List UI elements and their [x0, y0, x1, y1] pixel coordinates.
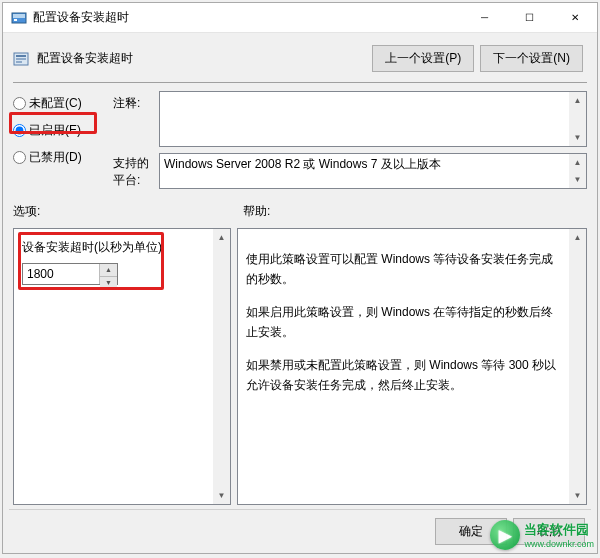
next-setting-button[interactable]: 下一个设置(N) [480, 45, 583, 72]
scroll-down-icon[interactable]: ▼ [213, 487, 230, 504]
app-icon [11, 10, 27, 26]
comment-field[interactable]: ▲ ▼ [159, 91, 587, 147]
scrollbar[interactable]: ▲ ▼ [213, 229, 230, 504]
svg-rect-4 [16, 55, 26, 57]
scrollbar[interactable]: ▲ ▼ [569, 229, 586, 504]
watermark-url: www.downkr.com [524, 539, 594, 549]
comment-label: 注释: [113, 91, 159, 112]
watermark-site: 当客软件园 [524, 521, 594, 539]
window-title: 配置设备安装超时 [33, 9, 462, 26]
titlebar: 配置设备安装超时 ─ ☐ ✕ [3, 3, 597, 33]
minimize-button[interactable]: ─ [462, 3, 507, 32]
scrollbar[interactable]: ▲ ▼ [569, 154, 586, 188]
options-label: 选项: [13, 203, 243, 220]
scroll-down-icon[interactable]: ▼ [569, 487, 586, 504]
timeout-spinner[interactable]: ▲ ▼ [22, 263, 118, 285]
watermark-logo-icon: ▶ [490, 520, 520, 550]
spin-down-button[interactable]: ▼ [100, 277, 117, 289]
scroll-up-icon[interactable]: ▲ [569, 92, 586, 109]
svg-rect-1 [13, 14, 25, 18]
radio-enabled-label: 已启用(E) [29, 122, 81, 139]
scroll-down-icon[interactable]: ▼ [569, 171, 586, 188]
scroll-down-icon[interactable]: ▼ [569, 129, 586, 146]
prev-setting-button[interactable]: 上一个设置(P) [372, 45, 474, 72]
radio-not-configured[interactable]: 未配置(C) [13, 95, 113, 112]
comment-text [160, 92, 569, 146]
radio-enabled-input[interactable] [13, 124, 26, 137]
timeout-input[interactable] [23, 264, 99, 284]
supported-text: Windows Server 2008 R2 或 Windows 7 及以上版本 [160, 154, 569, 188]
supported-field: Windows Server 2008 R2 或 Windows 7 及以上版本… [159, 153, 587, 189]
options-panel: 设备安装超时(以秒为单位) ▲ ▼ ▲ ▼ [13, 228, 231, 505]
maximize-button[interactable]: ☐ [507, 3, 552, 32]
help-paragraph: 使用此策略设置可以配置 Windows 等待设备安装任务完成的秒数。 [246, 249, 561, 290]
scroll-up-icon[interactable]: ▲ [569, 229, 586, 246]
policy-icon [13, 51, 29, 67]
svg-rect-6 [16, 61, 22, 63]
radio-enabled[interactable]: 已启用(E) [13, 122, 113, 139]
help-paragraph: 如果启用此策略设置，则 Windows 在等待指定的秒数后终止安装。 [246, 302, 561, 343]
supported-label: 支持的平台: [113, 153, 159, 189]
help-panel: 使用此策略设置可以配置 Windows 等待设备安装任务完成的秒数。 如果启用此… [237, 228, 587, 505]
radio-disabled-input[interactable] [13, 151, 26, 164]
radio-not-configured-label: 未配置(C) [29, 95, 82, 112]
radio-disabled-label: 已禁用(D) [29, 149, 82, 166]
scroll-up-icon[interactable]: ▲ [213, 229, 230, 246]
scroll-up-icon[interactable]: ▲ [569, 154, 586, 171]
timeout-label: 设备安装超时(以秒为单位) [22, 237, 205, 257]
policy-title: 配置设备安装超时 [37, 50, 364, 67]
svg-rect-5 [16, 58, 26, 60]
close-button[interactable]: ✕ [552, 3, 597, 32]
watermark: ▶ 当客软件园 www.downkr.com [490, 520, 594, 550]
radio-disabled[interactable]: 已禁用(D) [13, 149, 113, 166]
help-label: 帮助: [243, 203, 270, 220]
radio-not-configured-input[interactable] [13, 97, 26, 110]
scrollbar[interactable]: ▲ ▼ [569, 92, 586, 146]
help-paragraph: 如果禁用或未配置此策略设置，则 Windows 等待 300 秒以允许设备安装任… [246, 355, 561, 396]
divider [13, 82, 587, 83]
spin-up-button[interactable]: ▲ [100, 264, 117, 277]
svg-rect-2 [14, 19, 17, 21]
